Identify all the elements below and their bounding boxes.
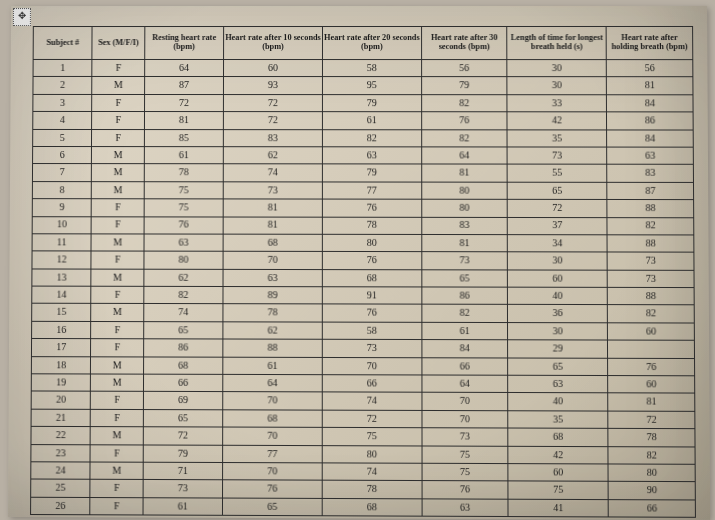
cell-hr30: 80 <box>422 182 508 200</box>
cell-sex: F <box>90 409 143 427</box>
cell-hr10: 89 <box>223 287 322 305</box>
table-row: 14F828991864088 <box>32 286 694 305</box>
cell-time: 29 <box>508 340 608 358</box>
cell-hr30: 82 <box>421 94 507 112</box>
cell-subject: 19 <box>31 374 90 392</box>
cell-hold: 72 <box>608 411 695 429</box>
cell-sex: M <box>91 374 144 392</box>
cell-subject: 4 <box>33 112 92 129</box>
cell-hr30: 81 <box>421 164 507 182</box>
table-row: 4F817261764286 <box>33 112 693 130</box>
cell-hr30: 70 <box>422 393 508 411</box>
cell-subject: 3 <box>33 94 92 111</box>
cell-hr10: 93 <box>224 77 323 94</box>
cell-hr10: 81 <box>223 199 322 217</box>
cell-rest: 61 <box>143 497 223 515</box>
cell-hr30: 75 <box>422 446 509 464</box>
cell-hr30: 70 <box>422 410 508 428</box>
cell-hold: 84 <box>607 130 693 148</box>
cell-sex: M <box>91 234 144 252</box>
table-row: 9F758176807288 <box>32 199 693 218</box>
table-row: 20F697074704081 <box>31 391 695 411</box>
cell-hr10: 70 <box>223 462 323 480</box>
cell-rest: 87 <box>145 77 224 94</box>
cell-time: 30 <box>508 322 608 340</box>
cell-rest: 65 <box>143 409 222 427</box>
cell-rest: 86 <box>144 339 223 357</box>
cell-hr20: 95 <box>322 77 421 94</box>
cell-hr10: 83 <box>223 129 322 147</box>
cell-hr10: 72 <box>224 94 323 111</box>
cell-rest: 63 <box>144 234 223 252</box>
cell-hr20: 76 <box>322 252 421 270</box>
cell-sex: M <box>91 269 144 287</box>
cell-subject: 25 <box>31 479 91 497</box>
cell-sex: F <box>91 216 144 234</box>
table-row: 3F727279823384 <box>33 94 693 112</box>
cell-time: 60 <box>508 464 608 482</box>
cell-hr30: 63 <box>422 499 509 517</box>
cell-rest: 81 <box>144 112 223 129</box>
cell-time: 30 <box>507 60 606 77</box>
cell-rest: 64 <box>145 59 224 76</box>
col-resting: Resting heart rate (bpm) <box>145 27 224 60</box>
cell-subject: 2 <box>33 77 92 94</box>
col-hr20: Heart rate after 20 seconds (bpm) <box>322 27 421 60</box>
cell-time: 40 <box>508 393 608 411</box>
table-row: 11M636880813488 <box>32 234 694 253</box>
cell-time: 35 <box>507 129 606 147</box>
cell-rest: 85 <box>144 129 223 147</box>
cell-rest: 75 <box>144 181 223 199</box>
table-row: 12F807076733073 <box>32 251 694 270</box>
cell-hr20: 66 <box>322 375 422 393</box>
cell-hold: 88 <box>607 235 694 253</box>
cell-hr10: 77 <box>223 445 322 463</box>
cell-hold: 78 <box>608 429 695 447</box>
cell-hr10: 70 <box>223 392 322 410</box>
cell-rest: 61 <box>144 147 223 165</box>
cell-hr30: 73 <box>422 252 508 270</box>
cell-sex: M <box>92 77 145 94</box>
table-body: 1F6460585630562M8793957930813F7272798233… <box>31 59 696 517</box>
cell-sex: F <box>91 339 144 357</box>
cell-subject: 5 <box>33 129 92 146</box>
cell-hr30: 76 <box>422 481 509 499</box>
cell-time: 73 <box>507 147 607 165</box>
cell-hr20: 68 <box>322 498 422 516</box>
cell-hr30: 82 <box>422 305 508 323</box>
cell-subject: 15 <box>32 304 91 322</box>
cell-hr30: 86 <box>422 287 508 305</box>
cell-hold: 80 <box>608 464 695 482</box>
table-move-handle-icon[interactable]: ✥ <box>13 8 31 26</box>
table-header: Subject # Sex (M/F/I) Resting heart rate… <box>33 26 693 59</box>
table-row: 18M686170666576 <box>31 356 694 376</box>
cell-hr10: 70 <box>223 252 322 270</box>
cell-sex: M <box>92 146 145 163</box>
cell-hold: 76 <box>608 358 695 376</box>
cell-rest: 80 <box>144 251 223 269</box>
cell-time: 40 <box>508 287 608 305</box>
cell-hr20: 70 <box>322 357 421 375</box>
cell-sex: M <box>91 356 144 374</box>
table-row: 17F8688738429 <box>31 339 694 358</box>
cell-subject: 24 <box>31 462 91 480</box>
cell-sex: F <box>91 199 144 217</box>
cell-hr30: 65 <box>422 269 508 287</box>
table-row: 19M666466646360 <box>31 374 694 394</box>
cell-sex: F <box>91 321 144 339</box>
cell-hr10: 64 <box>223 374 322 392</box>
col-subject: Subject # <box>33 27 92 60</box>
cell-hr20: 78 <box>322 217 421 235</box>
cell-hr10: 74 <box>223 164 322 182</box>
table-row: 26F616568634166 <box>31 497 696 517</box>
cell-hr30: 75 <box>422 463 509 481</box>
cell-hold: 81 <box>607 77 693 95</box>
cell-rest: 76 <box>144 216 223 234</box>
col-hr10: Heart rate after 10 seconds (bpm) <box>224 27 323 60</box>
cell-hr10: 68 <box>223 234 322 252</box>
cell-hr30: 76 <box>421 112 507 130</box>
table-row: 16F656258613060 <box>32 321 695 340</box>
cell-time: 35 <box>508 411 608 429</box>
cell-rest: 69 <box>143 392 222 410</box>
cell-subject: 6 <box>33 146 92 163</box>
